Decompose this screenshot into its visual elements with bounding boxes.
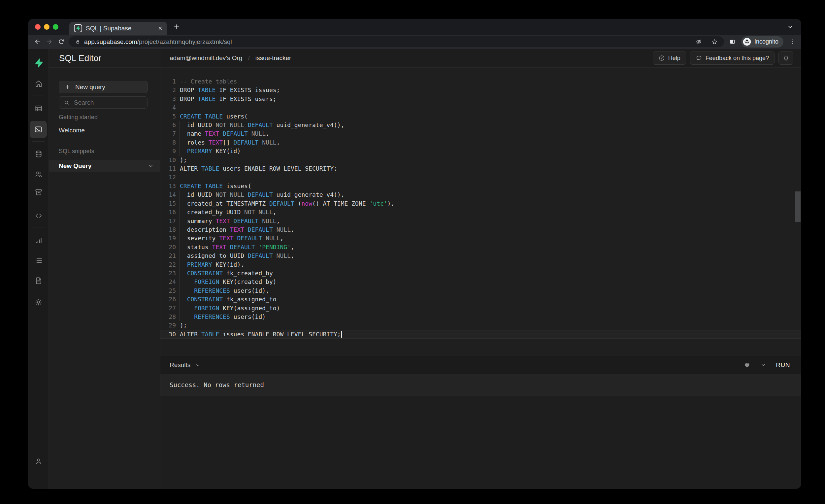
code-line: 10); — [160, 156, 801, 164]
code-line: 6 id UUID NOT NULL DEFAULT uuid_generate… — [160, 121, 801, 129]
code-line: 27 FOREIGN KEY(assigned_to) — [160, 304, 801, 312]
line-code: status TEXT DEFAULT 'PENDING', — [180, 243, 294, 251]
chevron-down-icon[interactable] — [148, 163, 153, 169]
text-cursor — [341, 331, 342, 338]
line-code: PRIMARY KEY(id), — [180, 261, 244, 269]
sql-editor-icon — [34, 125, 43, 134]
code-line: 23 CONSTRAINT fk_created_by — [160, 269, 801, 278]
sidebar-item-logs[interactable] — [31, 253, 46, 268]
editor-scrollbar[interactable] — [795, 192, 801, 222]
sidebar-item-reports[interactable] — [31, 233, 46, 248]
feedback-button[interactable]: Feedback on this page? — [690, 52, 774, 65]
bookmark-star-icon[interactable] — [711, 38, 718, 45]
tab-strip: SQL | Supabase — [28, 19, 801, 34]
forward-button[interactable] — [43, 36, 55, 48]
back-button[interactable] — [31, 36, 43, 48]
supabase-app: SQL Editor New query Search Getting star… — [28, 49, 801, 489]
incognito-badge[interactable]: Incognito — [741, 36, 783, 48]
sidebar-item-sql-editor[interactable] — [30, 121, 47, 138]
run-button[interactable]: RUN — [776, 361, 790, 369]
line-number: 10 — [160, 156, 176, 164]
line-number: 17 — [160, 217, 176, 225]
line-number: 24 — [160, 278, 176, 286]
search-input[interactable]: Search — [59, 96, 148, 109]
minimize-window-button[interactable] — [44, 24, 50, 30]
sidebar-item-table-editor[interactable] — [31, 101, 46, 116]
line-number: 1 — [160, 77, 176, 86]
line-code: FOREIGN KEY(created_by) — [180, 278, 277, 286]
reload-button[interactable] — [55, 36, 67, 48]
eye-off-icon[interactable] — [695, 38, 702, 45]
sidebar-item-auth[interactable] — [31, 167, 46, 182]
tab-search-chevron-icon[interactable] — [787, 24, 793, 30]
chevron-down-icon[interactable] — [761, 362, 766, 368]
help-button[interactable]: Help — [653, 52, 686, 65]
feedback-label: Feedback on this page? — [705, 55, 769, 62]
code-line: 1-- Create tables — [160, 77, 801, 86]
line-code: DROP TABLE IF EXISTS issues; — [180, 86, 280, 94]
browser-menu-button[interactable] — [786, 36, 798, 48]
line-number: 29 — [160, 321, 176, 330]
new-query-button[interactable]: New query — [59, 81, 148, 93]
url-host: app.supabase.com — [84, 38, 137, 45]
sidebar-item-home[interactable] — [31, 76, 46, 91]
settings-icon — [34, 298, 43, 306]
breadcrumb: adam@windmill.dev's Org / issue-tracker — [170, 55, 291, 62]
code-line: 26 CONSTRAINT fk_assigned_to — [160, 295, 801, 304]
code-line: 9 PRIMARY KEY(id) — [160, 147, 801, 155]
panel-item-welcome[interactable]: Welcome — [59, 127, 148, 134]
line-number: 27 — [160, 304, 176, 312]
line-code: ); — [180, 156, 187, 164]
chevron-down-icon — [195, 363, 200, 368]
breadcrumb-org[interactable]: adam@windmill.dev's Org — [170, 55, 242, 62]
sidebar-item-settings[interactable] — [31, 295, 46, 309]
nav-rail — [28, 49, 49, 489]
sidebar-item-account[interactable] — [31, 454, 46, 469]
bell-icon — [783, 55, 790, 61]
code-line: 17 summary TEXT DEFAULT NULL, — [160, 217, 801, 225]
code-line: 16 created_by UUID NOT NULL, — [160, 208, 801, 217]
sidebar-item-database[interactable] — [31, 147, 46, 161]
line-code: ALTER TABLE issues ENABLE ROW LEVEL SECU… — [180, 330, 342, 339]
code-line: 2DROP TABLE IF EXISTS issues; — [160, 86, 801, 94]
storage-icon — [34, 188, 43, 196]
database-icon — [34, 149, 43, 158]
code-line: 7 name TEXT DEFAULT NULL, — [160, 129, 801, 138]
reports-icon — [34, 236, 43, 244]
notifications-button[interactable] — [778, 52, 793, 65]
code-line: 21 assigned_to UUID DEFAULT NULL, — [160, 251, 801, 260]
line-number: 8 — [160, 138, 176, 147]
results-dropdown[interactable]: Results — [170, 361, 200, 369]
main-content: adam@windmill.dev's Org / issue-tracker … — [160, 49, 801, 489]
breadcrumb-project[interactable]: issue-tracker — [255, 55, 291, 62]
close-window-button[interactable] — [35, 24, 41, 30]
url-bar[interactable]: app.supabase.com/project/azahtnhqohyjerz… — [69, 36, 724, 47]
line-code: id UUID NOT NULL DEFAULT uuid_generate_v… — [180, 121, 345, 129]
favorite-heart-icon[interactable] — [744, 361, 751, 369]
question-circle-icon — [658, 55, 665, 61]
side-panel-button[interactable] — [727, 36, 739, 48]
supabase-logo[interactable] — [31, 56, 46, 70]
sql-editor[interactable]: 1-- Create tables2DROP TABLE IF EXISTS i… — [160, 68, 801, 356]
header-actions: Help Feedback on this page? — [653, 52, 793, 65]
project-header: adam@windmill.dev's Org / issue-tracker … — [160, 49, 801, 68]
help-label: Help — [668, 55, 680, 62]
api-icon — [34, 211, 43, 220]
tab-close-icon[interactable] — [157, 25, 163, 31]
line-code: CONSTRAINT fk_assigned_to — [180, 295, 277, 304]
line-code: CREATE TABLE users( — [180, 112, 248, 121]
sidebar-item-api[interactable] — [31, 208, 46, 223]
sidebar-item-docs[interactable] — [31, 273, 46, 288]
sidebar-item-storage[interactable] — [31, 185, 46, 200]
code-line: 11ALTER TABLE users ENABLE ROW LEVEL SEC… — [160, 164, 801, 173]
new-tab-button[interactable] — [171, 21, 182, 32]
line-number: 30 — [160, 330, 176, 339]
code-line: 8 roles TEXT[] DEFAULT NULL, — [160, 138, 801, 147]
line-code: summary TEXT DEFAULT NULL, — [180, 217, 280, 225]
code-line: 20 status TEXT DEFAULT 'PENDING', — [160, 243, 801, 251]
panel-item-new-query[interactable]: New Query — [49, 160, 160, 172]
line-number: 21 — [160, 251, 176, 260]
zoom-window-button[interactable] — [53, 24, 58, 30]
code-line: 28 REFERENCES users(id) — [160, 312, 801, 321]
browser-tab[interactable]: SQL | Supabase — [69, 22, 167, 34]
